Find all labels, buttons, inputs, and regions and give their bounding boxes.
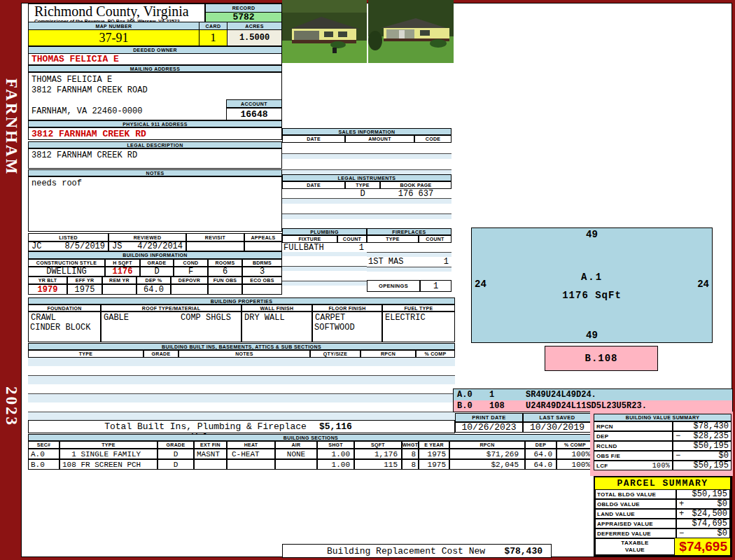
legend-a-path: SR49U24L49D24.	[526, 390, 596, 400]
sales-empty-rows	[282, 143, 451, 174]
bs-h-sec: SEC#	[28, 441, 59, 449]
vs-rclnd-value: $50,195	[694, 441, 729, 451]
ps-row-taxable: TAXABLE VALUE $74,695	[595, 538, 730, 555]
ps-row-land: LAND VALUE +$24,500	[595, 509, 730, 519]
built-ins-qty-header: QTY/SIZE	[310, 350, 360, 358]
cond-value: F	[174, 267, 208, 276]
bs-h-extfin: EXT FIN	[194, 441, 227, 449]
ps-deferred-op: −	[679, 528, 684, 538]
ps-row-appraised: APPRAISED VALUE $74,695	[595, 519, 730, 528]
bs-r2-grade: D	[158, 459, 194, 470]
card-value: 1	[199, 29, 227, 46]
last-saved-header: LAST SAVED	[523, 413, 592, 422]
mailing-line-3: FARNHAM, VA 22460-0000	[31, 106, 142, 116]
built-ins-header: BUILDING BUILT INS, BASEMENTS, ATTICS & …	[28, 343, 455, 350]
bs-h-air: AIR	[275, 441, 317, 449]
hsqft-value: 1176	[105, 267, 140, 276]
reviewed-by: JS	[112, 241, 122, 251]
funobs-value	[208, 284, 242, 295]
print-date-header: PRINT DATE	[455, 413, 523, 422]
taxable-label-line2: VALUE	[625, 547, 645, 554]
roof-value: GABLE COMP SHGLS	[101, 312, 241, 342]
ps-appraised-value: $74,695	[692, 519, 727, 528]
value-summary-table: RPCN $78,430 DEP −$28,235 RCLND $50,195 …	[594, 421, 732, 470]
bs-r1-sec: A.0	[28, 449, 59, 459]
remyr-value	[102, 284, 136, 295]
openings-count: 1	[420, 280, 451, 292]
bs-r1-eyear: 1975	[419, 449, 449, 459]
ps-row-deferred: DEFERRED VALUE −$0	[595, 528, 730, 538]
listed-by: JC	[31, 241, 41, 251]
bs-r2-sec: B.0	[28, 459, 59, 470]
physical-address-value: 3812 FARNHAM CREEK RD	[28, 127, 282, 140]
floor-header: FLOOR FINISH	[312, 304, 382, 312]
plumbing-header: PLUMBING	[282, 228, 367, 235]
building-sections-header: BUILDING SECTIONS	[28, 434, 594, 441]
li-r1-type: D	[345, 189, 380, 199]
bs-h-sqft: SQFT	[354, 441, 402, 449]
depovr-header: DEPOVR	[171, 276, 208, 284]
grade-header: GRADE	[140, 259, 174, 267]
mailing-line-2: 3812 FARNHAM CREEK ROAD	[31, 85, 148, 95]
bs-h-dep: DEP	[525, 441, 556, 449]
foundation-line2: CINDER BLOCK	[30, 323, 90, 332]
bs-r2-comp: 100%	[556, 459, 594, 470]
bs-h-grade: GRADE	[158, 441, 194, 449]
building-info-header: BUILDING INFORMATION	[28, 251, 282, 259]
plumbing-fixture-header: FIXTURE	[282, 235, 337, 243]
fireplaces-type-header: TYPE	[367, 235, 419, 243]
reviewed-header: REVIEWED	[108, 233, 186, 241]
ecoobs-header: ECO OBS	[242, 276, 282, 284]
fireplaces-count-header: COUNT	[419, 235, 451, 243]
ps-deferred-label: DEFERRED VALUE	[595, 528, 676, 538]
acres-value: 1.5000	[227, 29, 282, 46]
ps-row-totalbldg: TOTAL BLDG VALUE $50,195	[595, 489, 730, 499]
last-saved-value: 10/30/2019	[523, 422, 592, 433]
roof-header: ROOF TYPE/MATERIAL	[101, 304, 241, 312]
bs-h-rpcn: RPCN	[449, 441, 525, 449]
bs-r1-grade: D	[158, 449, 194, 459]
taxable-label: TAXABLE VALUE	[595, 538, 675, 555]
funobs-header: FUN OBS	[208, 276, 242, 284]
vs-rpcn-value: $78,430	[694, 421, 729, 431]
bs-r1-heat: C-HEAT	[227, 449, 275, 459]
revisit-header: REVISIT	[186, 233, 244, 241]
taxable-value: $74,695	[675, 538, 730, 555]
print-date-value: 10/26/2023	[455, 422, 523, 433]
rooms-value: 6	[208, 267, 242, 276]
fireplace-type-value: 1ST MAS	[368, 257, 403, 267]
fireplaces-rows: 1ST MAS 1	[367, 243, 451, 280]
vs-lcf-value: $50,195	[694, 461, 729, 470]
vs-obs-op: −	[676, 451, 680, 461]
replacement-cost-label: Building Replacement Cost New	[322, 546, 490, 556]
legend-b-sec: B.0	[454, 401, 489, 411]
bs-r1-rpcn: $71,269	[449, 449, 525, 459]
plumbing-count-value: 1	[337, 243, 367, 252]
li-date-header: DATE	[282, 181, 345, 189]
li-r1-date	[282, 189, 345, 199]
effyr-value: 1975	[67, 284, 102, 295]
grade-value: D	[140, 267, 174, 276]
depovr-value	[171, 284, 208, 295]
openings-label: OPENINGS	[367, 280, 420, 292]
ps-land-op: +	[679, 509, 684, 519]
sketch-b-label: B.108	[584, 353, 617, 364]
appeals-value	[244, 241, 282, 251]
cond-header: COND	[174, 259, 208, 267]
ps-totalbldg-value: $50,195	[692, 489, 727, 499]
property-photo-2	[368, 0, 454, 63]
vs-row-rpcn: RPCN $78,430	[594, 421, 732, 431]
sketch-legend-row-a: A.0 1 SR49U24L49D24.	[454, 389, 732, 400]
yrblt-value: 1979	[28, 284, 67, 295]
bdrms-value: 3	[242, 267, 282, 276]
built-ins-notes-header: NOTES	[178, 350, 310, 358]
vs-obs-value: $0	[719, 451, 729, 461]
ps-land-value: $24,500	[692, 509, 727, 519]
notes-header: NOTES	[28, 169, 282, 176]
map-number-value: 37-91	[28, 29, 200, 46]
year-label: 2023	[1, 386, 20, 427]
sketch-section-a: 49 49 24 24 A.1 1176 SqFt	[471, 227, 713, 343]
ps-obldg-value: $0	[718, 499, 727, 509]
remyr-header: REM YR	[102, 276, 136, 284]
hsqft-header: H SQFT	[105, 259, 140, 267]
